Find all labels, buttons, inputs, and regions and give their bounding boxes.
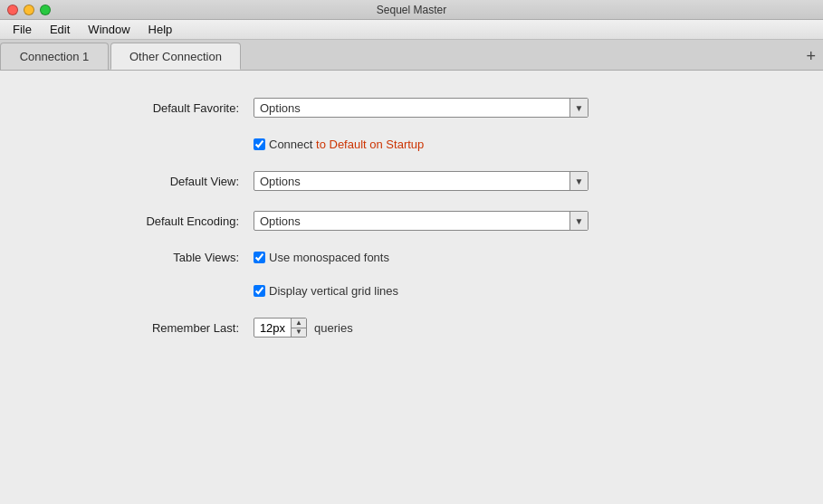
default-view-control: Options ▼ — [254, 171, 598, 191]
default-favorite-control: Options ▼ — [254, 98, 598, 118]
default-encoding-label: Default Encoding: — [72, 214, 254, 228]
menubar: File Edit Window Help — [0, 20, 823, 40]
use-monospaced-row: Use monospaced fonts — [254, 251, 598, 264]
default-encoding-row: Default Encoding: Options ▼ — [0, 211, 823, 231]
connect-startup-checkbox[interactable] — [254, 138, 265, 150]
spinner-up-button[interactable]: ▲ — [292, 319, 306, 328]
remember-last-spinner-wrapper: ▲ ▼ queries — [254, 318, 598, 338]
connect-startup-accent: to Default on Startup — [316, 138, 424, 151]
content-area: Default Favorite: Options ▼ Connect to D… — [0, 71, 823, 504]
menu-edit[interactable]: Edit — [41, 21, 79, 38]
default-favorite-select[interactable]: Options ▼ — [254, 98, 589, 118]
table-views-control: Use monospaced fonts — [254, 251, 598, 264]
menu-help[interactable]: Help — [139, 21, 182, 38]
remember-last-spinner[interactable]: ▲ ▼ — [254, 318, 307, 338]
tab-other-connection[interactable]: Other Connection — [110, 43, 241, 70]
connect-startup-checkbox-row: Connect to Default on Startup — [254, 138, 424, 151]
default-view-arrow[interactable]: ▼ — [569, 172, 588, 190]
spinner-buttons: ▲ ▼ — [291, 319, 306, 337]
default-view-label: Default View: — [72, 175, 254, 188]
connect-startup-row: Connect to Default on Startup — [0, 138, 823, 151]
maximize-button[interactable] — [40, 5, 51, 15]
display-grid-checkbox[interactable] — [254, 285, 265, 297]
table-views-row: Table Views: Use monospaced fonts — [0, 251, 823, 264]
default-encoding-control: Options ▼ — [254, 211, 598, 231]
menu-file[interactable]: File — [4, 21, 41, 38]
minimize-button[interactable] — [24, 5, 34, 15]
window-controls[interactable] — [7, 5, 51, 15]
titlebar: Sequel Master — [0, 0, 823, 20]
table-views-label: Table Views: — [72, 251, 254, 264]
use-monospaced-label: Use monospaced fonts — [269, 251, 389, 264]
remember-last-control: ▲ ▼ queries — [254, 318, 598, 338]
remember-last-row: Remember Last: ▲ ▼ queries — [0, 318, 823, 338]
display-grid-row: Display vertical grid lines — [0, 284, 823, 298]
add-tab-button[interactable]: + — [806, 48, 816, 64]
menu-window[interactable]: Window — [79, 21, 139, 38]
remember-last-label: Remember Last: — [72, 321, 254, 335]
default-view-select-text: Options — [254, 175, 569, 188]
spinner-down-button[interactable]: ▼ — [292, 328, 306, 338]
tabbar: Connection 1 Other Connection + — [0, 40, 823, 71]
use-monospaced-checkbox[interactable] — [254, 252, 265, 263]
display-grid-label: Display vertical grid lines — [269, 284, 398, 298]
default-view-select[interactable]: Options ▼ — [254, 171, 589, 191]
remember-last-input[interactable] — [254, 321, 291, 335]
default-encoding-select[interactable]: Options ▼ — [254, 211, 589, 231]
default-favorite-arrow[interactable]: ▼ — [569, 99, 588, 117]
tab-connection1[interactable]: Connection 1 — [0, 43, 109, 70]
default-encoding-arrow[interactable]: ▼ — [569, 212, 588, 230]
default-encoding-select-text: Options — [254, 214, 569, 228]
default-favorite-row: Default Favorite: Options ▼ — [0, 98, 823, 118]
default-favorite-label: Default Favorite: — [72, 101, 254, 115]
connect-startup-label: Connect to Default on Startup — [269, 138, 424, 151]
default-view-row: Default View: Options ▼ — [0, 171, 823, 191]
default-favorite-select-text: Options — [254, 101, 569, 115]
display-grid-checkbox-row: Display vertical grid lines — [254, 284, 398, 298]
close-button[interactable] — [7, 5, 18, 15]
remember-last-suffix: queries — [314, 321, 353, 335]
window-title: Sequel Master — [377, 4, 446, 16]
